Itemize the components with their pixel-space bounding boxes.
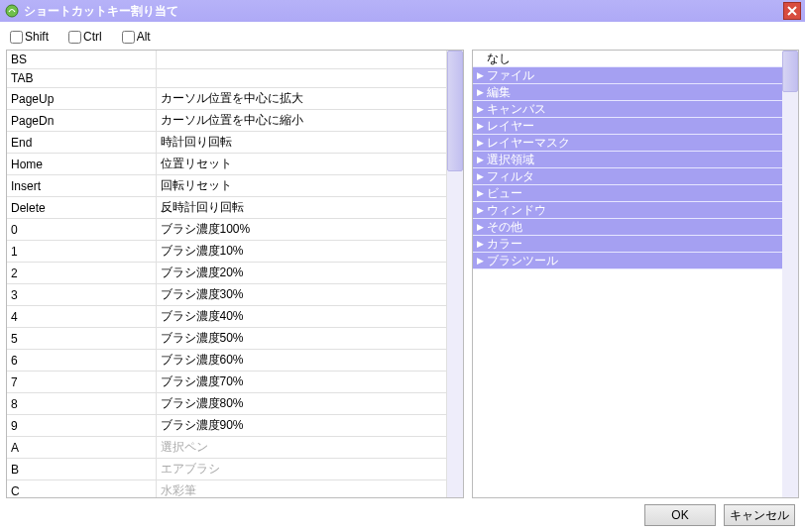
- key-table-body[interactable]: BSTABPageUpカーソル位置を中心に拡大PageDnカーソル位置を中心に縮…: [7, 51, 447, 497]
- category-label: キャンバス: [487, 101, 546, 118]
- category-label: ビュー: [487, 185, 522, 202]
- content-area: Shift Ctrl Alt BSTABPageUpカーソル位置を中心に拡大Pa…: [0, 22, 805, 532]
- category-pane: ▶なし▶ファイル▶編集▶キャンバス▶レイヤー▶レイヤーマスク▶選択領域▶フィルタ…: [472, 50, 799, 498]
- table-row[interactable]: Insert回転リセット: [7, 175, 447, 197]
- table-row[interactable]: Delete反時計回り回転: [7, 197, 447, 219]
- expand-arrow-icon: ▶: [477, 121, 487, 131]
- key-cell: BS: [7, 51, 156, 69]
- table-row[interactable]: 9ブラシ濃度90%: [7, 415, 447, 437]
- key-cell: 7: [7, 372, 156, 393]
- category-label: 編集: [487, 84, 511, 101]
- table-row[interactable]: 5ブラシ濃度50%: [7, 328, 447, 350]
- table-row[interactable]: A選択ペン: [7, 437, 447, 459]
- table-row[interactable]: 4ブラシ濃度40%: [7, 306, 447, 328]
- category-item[interactable]: ▶キャンバス: [473, 101, 782, 118]
- category-label: 選択領域: [487, 152, 534, 168]
- key-cell: 8: [7, 393, 156, 415]
- key-cell: 1: [7, 241, 156, 263]
- action-cell: ブラシ濃度70%: [156, 372, 447, 393]
- svg-point-0: [6, 5, 18, 17]
- category-label: カラー: [487, 236, 522, 253]
- left-vertical-scrollbar[interactable]: [447, 51, 463, 497]
- category-label: フィルタ: [487, 168, 534, 185]
- shift-checkbox-label[interactable]: Shift: [10, 30, 49, 44]
- category-label: レイヤー: [487, 118, 534, 135]
- app-icon: [4, 3, 20, 19]
- category-item[interactable]: ▶レイヤーマスク: [473, 135, 782, 152]
- category-label: その他: [487, 219, 522, 236]
- action-cell: [156, 51, 447, 69]
- action-cell: カーソル位置を中心に縮小: [156, 110, 447, 132]
- category-item[interactable]: ▶その他: [473, 219, 782, 236]
- cancel-button[interactable]: キャンセル: [724, 504, 795, 526]
- table-row[interactable]: 8ブラシ濃度80%: [7, 393, 447, 415]
- action-cell: ブラシ濃度50%: [156, 328, 447, 350]
- category-item[interactable]: ▶フィルタ: [473, 168, 782, 185]
- modifier-row: Shift Ctrl Alt: [6, 28, 799, 46]
- key-cell: 6: [7, 350, 156, 372]
- category-body[interactable]: ▶なし▶ファイル▶編集▶キャンバス▶レイヤー▶レイヤーマスク▶選択領域▶フィルタ…: [473, 51, 782, 497]
- expand-arrow-icon: ▶: [477, 171, 487, 181]
- category-item[interactable]: ▶選択領域: [473, 152, 782, 168]
- expand-arrow-icon: ▶: [477, 205, 487, 215]
- category-item[interactable]: ▶レイヤー: [473, 118, 782, 135]
- key-cell: 9: [7, 415, 156, 437]
- expand-arrow-icon: ▶: [477, 239, 487, 249]
- expand-arrow-icon: ▶: [477, 138, 487, 148]
- key-cell: 2: [7, 263, 156, 284]
- shift-checkbox[interactable]: [10, 31, 23, 44]
- category-item[interactable]: ▶編集: [473, 84, 782, 101]
- table-row[interactable]: Home位置リセット: [7, 154, 447, 175]
- key-cell: End: [7, 132, 156, 154]
- table-row[interactable]: 1ブラシ濃度10%: [7, 241, 447, 263]
- action-cell: エアブラシ: [156, 459, 447, 480]
- category-item[interactable]: ▶ブラシツール: [473, 253, 782, 269]
- table-row[interactable]: 6ブラシ濃度60%: [7, 350, 447, 372]
- table-row[interactable]: 2ブラシ濃度20%: [7, 263, 447, 284]
- table-row[interactable]: BS: [7, 51, 447, 69]
- key-cell: 5: [7, 328, 156, 350]
- table-row[interactable]: 0ブラシ濃度100%: [7, 219, 447, 241]
- action-cell: 選択ペン: [156, 437, 447, 459]
- alt-checkbox-label[interactable]: Alt: [122, 30, 151, 44]
- ctrl-label: Ctrl: [83, 30, 102, 44]
- window-title: ショートカットキー割り当て: [24, 3, 178, 20]
- table-row[interactable]: End時計回り回転: [7, 132, 447, 154]
- table-row[interactable]: Bエアブラシ: [7, 459, 447, 480]
- table-row[interactable]: 3ブラシ濃度30%: [7, 284, 447, 306]
- key-cell: B: [7, 459, 156, 480]
- ctrl-checkbox[interactable]: [68, 31, 81, 44]
- table-row[interactable]: 7ブラシ濃度70%: [7, 372, 447, 393]
- action-cell: ブラシ濃度60%: [156, 350, 447, 372]
- table-row[interactable]: PageUpカーソル位置を中心に拡大: [7, 88, 447, 110]
- action-cell: 時計回り回転: [156, 132, 447, 154]
- category-item[interactable]: ▶カラー: [473, 236, 782, 253]
- expand-arrow-icon: ▶: [477, 104, 487, 114]
- close-button[interactable]: [783, 2, 801, 20]
- category-item[interactable]: ▶なし: [473, 51, 782, 67]
- action-cell: ブラシ濃度20%: [156, 263, 447, 284]
- category-item[interactable]: ▶ファイル: [473, 67, 782, 84]
- key-assignment-pane: BSTABPageUpカーソル位置を中心に拡大PageDnカーソル位置を中心に縮…: [6, 50, 464, 498]
- table-row[interactable]: TAB: [7, 69, 447, 88]
- alt-checkbox[interactable]: [122, 31, 135, 44]
- right-vertical-scrollbar[interactable]: [782, 51, 798, 497]
- expand-arrow-icon: ▶: [477, 222, 487, 232]
- action-cell: 水彩筆: [156, 480, 447, 498]
- action-cell: [156, 69, 447, 88]
- action-cell: ブラシ濃度100%: [156, 219, 447, 241]
- category-item[interactable]: ▶ウィンドウ: [473, 202, 782, 219]
- action-cell: ブラシ濃度10%: [156, 241, 447, 263]
- shift-label: Shift: [25, 30, 49, 44]
- action-cell: ブラシ濃度80%: [156, 393, 447, 415]
- expand-arrow-icon: ▶: [477, 155, 487, 164]
- category-label: レイヤーマスク: [487, 135, 570, 152]
- action-cell: ブラシ濃度40%: [156, 306, 447, 328]
- ok-button[interactable]: OK: [644, 504, 716, 526]
- table-row[interactable]: PageDnカーソル位置を中心に縮小: [7, 110, 447, 132]
- action-cell: 反時計回り回転: [156, 197, 447, 219]
- category-item[interactable]: ▶ビュー: [473, 185, 782, 202]
- category-list: ▶なし▶ファイル▶編集▶キャンバス▶レイヤー▶レイヤーマスク▶選択領域▶フィルタ…: [473, 51, 782, 269]
- ctrl-checkbox-label[interactable]: Ctrl: [68, 30, 102, 44]
- table-row[interactable]: C水彩筆: [7, 480, 447, 498]
